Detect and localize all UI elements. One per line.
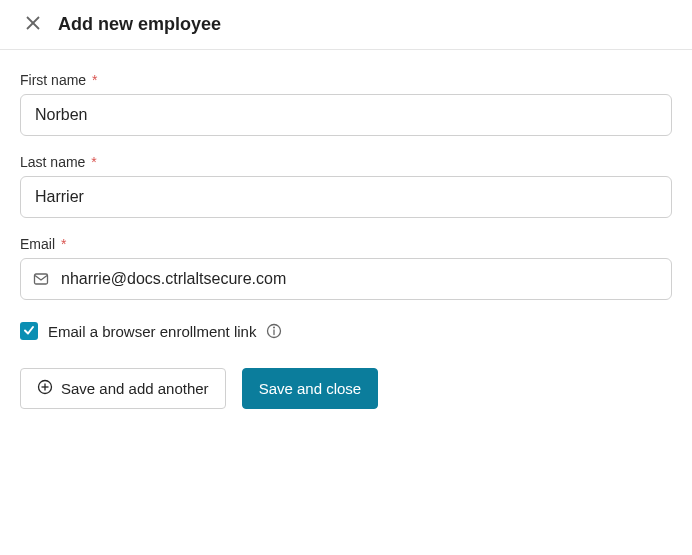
save-and-close-button[interactable]: Save and close [242, 368, 379, 409]
close-button[interactable] [26, 16, 40, 33]
email-label-text: Email [20, 236, 55, 252]
email-label: Email * [20, 236, 672, 252]
save-and-add-another-label: Save and add another [61, 380, 209, 397]
first-name-input[interactable] [20, 94, 672, 136]
required-marker: * [92, 72, 97, 88]
last-name-label: Last name * [20, 154, 672, 170]
last-name-label-text: Last name [20, 154, 85, 170]
email-group: Email * [20, 236, 672, 300]
close-icon [26, 16, 40, 33]
info-icon[interactable] [266, 323, 282, 339]
email-input[interactable] [20, 258, 672, 300]
plus-circle-icon [37, 379, 53, 398]
button-row: Save and add another Save and close [20, 368, 672, 409]
modal-title: Add new employee [58, 14, 221, 35]
first-name-label: First name * [20, 72, 672, 88]
first-name-group: First name * [20, 72, 672, 136]
required-marker: * [91, 154, 96, 170]
save-and-add-another-button[interactable]: Save and add another [20, 368, 226, 409]
email-input-wrapper [20, 258, 672, 300]
last-name-input[interactable] [20, 176, 672, 218]
save-and-close-label: Save and close [259, 380, 362, 397]
modal-header: Add new employee [0, 0, 692, 50]
last-name-group: Last name * [20, 154, 672, 218]
modal-body: First name * Last name * Email * [0, 50, 692, 429]
enrollment-checkbox-label: Email a browser enrollment link [48, 323, 256, 340]
first-name-label-text: First name [20, 72, 86, 88]
enrollment-checkbox-row: Email a browser enrollment link [20, 322, 672, 340]
enrollment-checkbox[interactable] [20, 322, 38, 340]
required-marker: * [61, 236, 66, 252]
check-icon [23, 322, 35, 340]
